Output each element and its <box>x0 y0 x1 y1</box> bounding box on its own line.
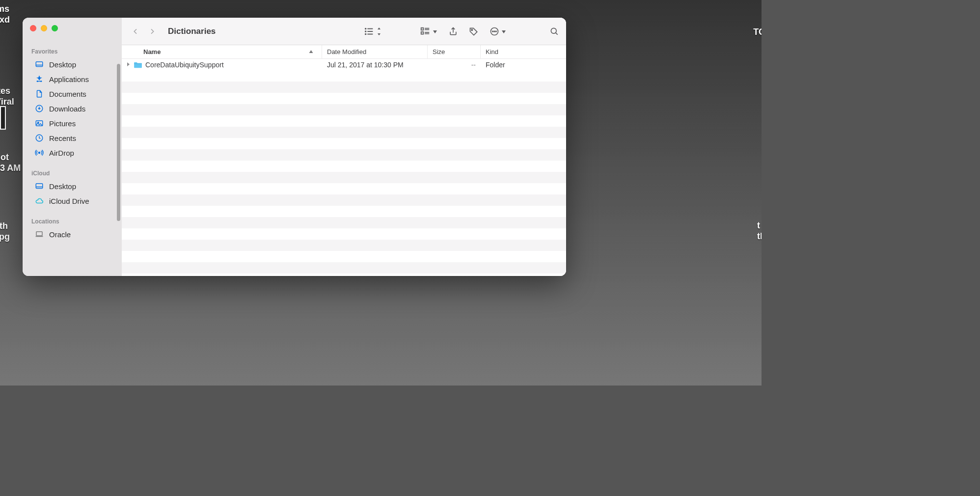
sidebar-item-label: Oracle <box>49 230 71 239</box>
forward-button[interactable] <box>145 25 159 38</box>
laptop-icon <box>34 229 44 239</box>
svg-point-28 <box>494 31 495 32</box>
desktop-label: tth <box>757 220 762 242</box>
sidebar-item-label: Pictures <box>49 119 76 128</box>
file-list: CoreDataUbiquitySupport Jul 21, 2017 at … <box>122 59 566 276</box>
sidebar-item-desktop[interactable]: Desktop <box>26 57 119 72</box>
column-header-kind[interactable]: Kind <box>481 45 566 58</box>
applications-icon <box>34 74 44 84</box>
empty-row <box>122 228 566 240</box>
search-button[interactable] <box>549 27 559 36</box>
sidebar-item-applications[interactable]: Applications <box>26 72 119 86</box>
svg-rect-10 <box>36 184 43 189</box>
sidebar-section-locations: Locations <box>23 215 122 227</box>
column-header-date[interactable]: Date Modified <box>322 45 428 58</box>
empty-row <box>122 262 566 274</box>
svg-rect-0 <box>36 62 43 67</box>
actions-button[interactable] <box>490 27 506 36</box>
file-size: -- <box>428 61 481 69</box>
svg-point-27 <box>492 31 493 32</box>
empty-row <box>122 93 566 104</box>
sidebar-scrollbar[interactable] <box>117 64 120 221</box>
svg-point-18 <box>365 33 366 34</box>
window-title: Dictionaries <box>168 27 216 36</box>
desktop-label: itesViral <box>0 86 14 107</box>
svg-line-31 <box>556 32 558 34</box>
svg-point-16 <box>365 28 366 29</box>
empty-row <box>122 194 566 206</box>
empty-row <box>122 172 566 183</box>
empty-row <box>122 183 566 194</box>
column-label: Date Modified <box>327 48 366 55</box>
window-controls <box>23 18 122 45</box>
column-label: Kind <box>486 48 498 55</box>
disclosure-triangle-icon[interactable] <box>126 62 131 68</box>
sidebar-item-label: Applications <box>49 75 89 83</box>
empty-row <box>122 138 566 149</box>
group-by-button[interactable] <box>420 26 437 37</box>
empty-row <box>122 240 566 251</box>
sidebar-item-recents[interactable]: Recents <box>26 131 119 145</box>
file-kind: Folder <box>481 61 566 69</box>
sidebar-item-icloud-desktop[interactable]: Desktop <box>26 179 119 193</box>
empty-row <box>122 115 566 127</box>
sidebar-item-label: Downloads <box>49 105 85 113</box>
tags-button[interactable] <box>469 27 479 36</box>
empty-row <box>122 251 566 262</box>
desktop-label: hot33 AM <box>0 152 21 173</box>
empty-row <box>122 70 566 82</box>
svg-point-17 <box>365 31 366 32</box>
column-headers: Name Date Modified Size Kind <box>122 45 566 59</box>
svg-rect-12 <box>36 232 42 236</box>
airdrop-icon <box>34 148 44 158</box>
sidebar-item-label: Desktop <box>49 182 76 191</box>
clock-icon <box>34 133 44 143</box>
fullscreen-button[interactable] <box>52 25 58 31</box>
desktop-icon <box>34 181 44 191</box>
sidebar-item-label: Desktop <box>49 60 76 69</box>
main-pane: Dictionaries <box>122 18 566 276</box>
pictures-icon <box>34 118 44 128</box>
svg-rect-19 <box>421 28 424 30</box>
empty-row <box>122 217 566 228</box>
back-button[interactable] <box>129 25 142 38</box>
desktop-label: uth.jpg <box>0 221 10 242</box>
column-header-size[interactable]: Size <box>428 45 481 58</box>
view-list-button[interactable] <box>364 26 381 37</box>
file-name: CoreDataUbiquitySupport <box>145 61 224 69</box>
svg-rect-20 <box>421 31 424 34</box>
column-header-name[interactable]: Name <box>122 45 322 58</box>
sidebar-item-label: AirDrop <box>49 149 74 157</box>
sort-ascending-icon <box>308 48 314 55</box>
minimize-button[interactable] <box>41 25 47 31</box>
folder-icon <box>134 61 142 68</box>
sidebar-item-oracle[interactable]: Oracle <box>26 227 119 242</box>
svg-point-9 <box>39 152 40 154</box>
sidebar-item-documents[interactable]: Documents <box>26 86 119 101</box>
sidebar-item-downloads[interactable]: Downloads <box>26 101 119 116</box>
sidebar-item-airdrop[interactable]: AirDrop <box>26 145 119 160</box>
sidebar: Favorites Desktop Applications Documents <box>23 18 122 276</box>
cloud-icon <box>34 196 44 206</box>
close-button[interactable] <box>30 25 36 31</box>
desktop-label: TO <box>753 27 762 37</box>
desktop-thumbnail[interactable] <box>0 106 6 130</box>
empty-row <box>122 104 566 115</box>
column-label: Name <box>143 48 161 55</box>
sidebar-item-pictures[interactable]: Pictures <box>26 116 119 131</box>
sidebar-item-icloud-drive[interactable]: iCloud Drive <box>26 193 119 208</box>
svg-rect-4 <box>37 81 42 82</box>
desktop-label: lmsoxd <box>0 4 10 25</box>
sidebar-section-favorites: Favorites <box>23 45 122 57</box>
desktop-icon <box>34 59 44 69</box>
share-button[interactable] <box>448 26 458 37</box>
svg-point-25 <box>471 29 473 30</box>
document-icon <box>34 89 44 99</box>
empty-row <box>122 82 566 93</box>
sidebar-item-label: Recents <box>49 134 76 142</box>
file-row[interactable]: CoreDataUbiquitySupport Jul 21, 2017 at … <box>122 59 566 70</box>
empty-row <box>122 127 566 138</box>
empty-row <box>122 149 566 161</box>
empty-row <box>122 206 566 217</box>
file-date: Jul 21, 2017 at 10:30 PM <box>322 61 428 69</box>
